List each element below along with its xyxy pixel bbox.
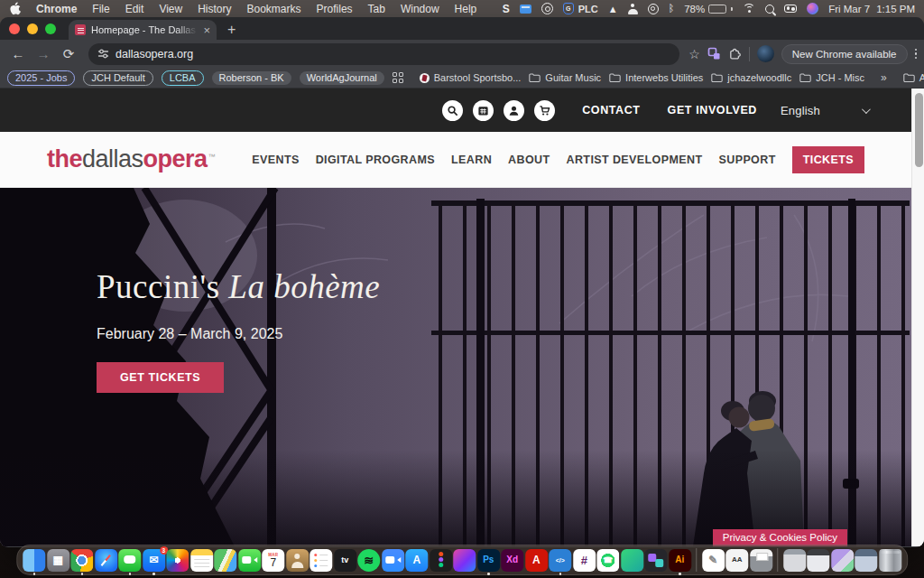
extensions-icon[interactable]: [728, 47, 742, 61]
apps-grid-icon[interactable]: [393, 72, 403, 83]
status-window-icon[interactable]: [520, 5, 531, 14]
tab-group-chip[interactable]: JCH Default: [83, 70, 152, 86]
scrollbar-thumb[interactable]: [915, 93, 923, 167]
menu-tab[interactable]: Tab: [368, 3, 385, 15]
status-s-icon[interactable]: S: [503, 3, 510, 15]
bookmark-folder[interactable]: Guitar Music: [529, 72, 601, 83]
get-tickets-button[interactable]: GET TICKETS: [97, 362, 224, 393]
dock-acrobat-icon[interactable]: A: [525, 549, 548, 572]
bluetooth-icon[interactable]: ᛒ: [669, 3, 675, 14]
dock-contacts-icon[interactable]: [286, 549, 309, 572]
forward-button[interactable]: →: [32, 43, 54, 65]
spotlight-icon[interactable]: [765, 5, 774, 14]
site-calendar-button[interactable]: [473, 100, 494, 121]
dock-textedit-icon[interactable]: ✎: [702, 549, 725, 572]
tab-close-icon[interactable]: ×: [203, 24, 210, 36]
bookmark-folder[interactable]: JCH - Misc: [799, 72, 864, 83]
wifi-icon[interactable]: [743, 4, 755, 14]
dock-app-store-icon[interactable]: A: [405, 549, 428, 572]
dock-trash-icon[interactable]: [879, 549, 901, 572]
nav-about[interactable]: ABOUT: [508, 154, 550, 166]
tab-group-icon[interactable]: [707, 47, 721, 61]
triangle-icon[interactable]: ▲: [608, 4, 618, 14]
dock-creative-cloud-icon[interactable]: [453, 549, 476, 572]
zoom-window-button[interactable]: [45, 23, 56, 34]
close-window-button[interactable]: [9, 23, 20, 34]
dock-minimized-window-1-icon[interactable]: [783, 549, 806, 572]
dock-minimized-window-3-icon[interactable]: [831, 549, 854, 572]
dock-calendar-icon[interactable]: MAR7: [262, 549, 284, 572]
dock-illustrator-icon[interactable]: Ai: [669, 549, 691, 572]
status-plc-label[interactable]: PLC: [578, 4, 598, 14]
dock-minimized-window-2-icon[interactable]: [807, 549, 829, 572]
menu-view[interactable]: View: [159, 3, 182, 15]
menu-window[interactable]: Window: [401, 3, 439, 15]
dock-green-app-icon[interactable]: [621, 549, 643, 572]
tickets-button[interactable]: TICKETS: [792, 146, 864, 173]
dock-mail-icon[interactable]: ✉3: [143, 549, 165, 572]
menu-edit[interactable]: Edit: [125, 3, 144, 15]
dock-spotify-icon[interactable]: ≋: [357, 549, 380, 572]
status-app-icon[interactable]: [541, 3, 553, 14]
dock-messages-icon[interactable]: [118, 549, 141, 572]
language-selector[interactable]: English: [781, 104, 868, 117]
tab-group-chip[interactable]: Roberson - BK: [212, 71, 291, 85]
nav-events[interactable]: EVENTS: [252, 154, 299, 166]
bookmark-star-icon[interactable]: ☆: [688, 47, 700, 61]
menu-file[interactable]: File: [92, 3, 109, 15]
dock-safari-icon[interactable]: [95, 549, 117, 572]
apple-menu-icon[interactable]: [9, 2, 21, 15]
reload-button[interactable]: ⟳: [58, 43, 79, 65]
back-button[interactable]: ←: [7, 43, 29, 65]
bookmarks-overflow-icon[interactable]: »: [881, 71, 887, 84]
dock-adobe-xd-icon[interactable]: Xd: [501, 549, 523, 572]
shield-icon[interactable]: G: [563, 3, 574, 14]
site-info-icon[interactable]: [97, 48, 109, 60]
get-involved-link[interactable]: GET INVOLVED: [668, 104, 757, 117]
dock-window-manager-icon[interactable]: [644, 549, 667, 572]
all-bookmarks-button[interactable]: All Bookmarks: [903, 72, 924, 83]
bookmark-item[interactable]: Barstool Sportsbo...: [420, 72, 522, 83]
profile-avatar[interactable]: [757, 45, 774, 62]
site-cart-button[interactable]: [534, 100, 555, 121]
dock-reminders-icon[interactable]: [310, 549, 332, 572]
dock-finder-icon[interactable]: [23, 549, 45, 572]
dock-maps-icon[interactable]: [214, 549, 236, 572]
dock-font-book-icon[interactable]: AA: [725, 549, 748, 572]
new-tab-button[interactable]: +: [227, 23, 236, 37]
minimize-window-button[interactable]: [27, 23, 38, 34]
tab-group-chip[interactable]: WorldAgJournal: [300, 71, 384, 85]
nav-learn[interactable]: LEARN: [451, 154, 492, 166]
menu-profiles[interactable]: Profiles: [317, 3, 353, 15]
dock-photos-icon[interactable]: [166, 549, 189, 572]
nav-digital-programs[interactable]: DIGITAL PROGRAMS: [316, 154, 435, 166]
menu-bookmarks[interactable]: Bookmarks: [247, 3, 301, 15]
dock-notes-icon[interactable]: [190, 549, 213, 572]
site-account-button[interactable]: [504, 100, 524, 121]
nav-support[interactable]: SUPPORT: [718, 154, 775, 166]
address-bar[interactable]: dallasopera.org: [88, 43, 679, 65]
nav-artist-development[interactable]: ARTIST DEVELOPMENT: [567, 154, 703, 166]
dock-facetime-icon[interactable]: [238, 549, 261, 572]
dallas-opera-logo[interactable]: thedallasopera™: [47, 145, 215, 173]
dock-slack-icon[interactable]: #: [573, 549, 596, 572]
menu-history[interactable]: History: [198, 3, 231, 15]
menubar-app-name[interactable]: Chrome: [36, 3, 77, 15]
dock-photoshop-icon[interactable]: Ps: [477, 549, 500, 572]
rings-icon[interactable]: [648, 4, 659, 14]
page-scrollbar[interactable]: [911, 89, 924, 546]
tab-group-chip[interactable]: 2025 - Jobs: [7, 70, 75, 86]
contact-link[interactable]: CONTACT: [582, 104, 640, 117]
dock-whatsapp-icon[interactable]: ☎: [596, 549, 619, 572]
dock-figma-icon[interactable]: [430, 549, 452, 572]
bookmark-folder[interactable]: jchazelwoodllc: [711, 72, 791, 83]
bookmark-folder[interactable]: Interwebs Utilities: [609, 72, 703, 83]
menu-help[interactable]: Help: [455, 3, 477, 15]
browser-tab[interactable]: Homepage - The Dallas Oper ×: [69, 20, 217, 40]
tab-group-chip[interactable]: LCBA: [162, 70, 204, 86]
dock-zoom-icon[interactable]: [382, 549, 404, 572]
dock-minimized-window-4-icon[interactable]: [855, 549, 877, 572]
dock-vscode-icon[interactable]: </>: [549, 549, 571, 572]
browser-menu-icon[interactable]: [915, 49, 918, 60]
chrome-update-button[interactable]: New Chrome available: [781, 44, 908, 64]
